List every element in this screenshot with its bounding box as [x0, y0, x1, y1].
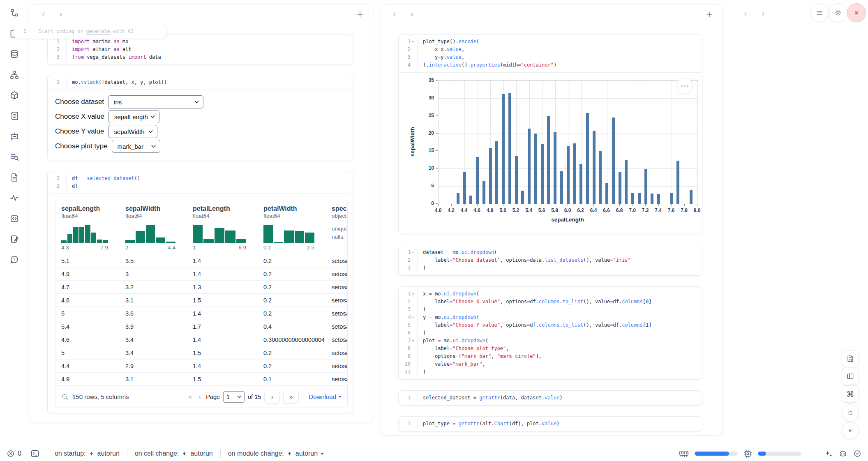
chart-bar[interactable] — [515, 156, 518, 204]
chart-bar[interactable] — [631, 193, 634, 204]
column-header[interactable]: species — [332, 205, 347, 212]
help-icon[interactable]: ? — [9, 255, 19, 265]
table-row[interactable]: 53.41.50.2setosa — [55, 346, 347, 359]
dropdown-select[interactable]: mark_bar — [112, 140, 160, 153]
code-line[interactable]: selected_dataset = getattr(data, dataset… — [423, 394, 563, 402]
chart-bar[interactable] — [457, 193, 459, 204]
code-cell[interactable]: 12df = selected_dataset()df sepalLengthf… — [47, 171, 353, 413]
column-header[interactable]: sepalLength — [61, 205, 108, 212]
code-line[interactable]: df = selected_dataset() — [72, 175, 140, 182]
code-line[interactable]: label="Choose dataset", options=data.lis… — [423, 256, 631, 264]
keyboard-shortcuts-button[interactable]: ⌘ — [842, 385, 859, 403]
shutdown-close-button[interactable] — [847, 3, 866, 22]
add-cell-icon[interactable] — [706, 11, 713, 18]
chart-plot-area[interactable] — [438, 80, 698, 204]
chart-bar[interactable] — [567, 146, 570, 204]
chart-bar[interactable] — [599, 151, 602, 204]
table-row[interactable]: 4.931.40.2setosa — [55, 267, 347, 280]
copilot-icon[interactable] — [838, 449, 847, 458]
code-line[interactable]: plot = mo.ui.dropdown( — [423, 337, 651, 345]
autorun-config-item[interactable]: on module change:autorun — [228, 450, 324, 457]
run-all-button[interactable] — [842, 422, 859, 439]
chart-bar[interactable] — [495, 141, 498, 204]
chart-bar[interactable] — [508, 93, 511, 204]
chevron-right-icon[interactable] — [757, 9, 768, 19]
autorun-config-item[interactable]: on startup:autorun — [55, 450, 120, 457]
chart-bar[interactable] — [541, 144, 544, 204]
code-line[interactable]: label="Choose plot type", — [423, 345, 651, 353]
code-line[interactable]: label="Choose X value", options=df.colum… — [423, 298, 651, 306]
prev-page-button[interactable]: ‹ — [197, 393, 203, 401]
table-row[interactable]: 4.63.41.40.30000000000000004setosa — [55, 333, 347, 346]
code-cell[interactable]: 1plot_type = getattr(alt.Chart(df), plot… — [398, 416, 702, 431]
table-row[interactable]: 4.73.21.30.2setosa — [55, 280, 347, 293]
chart-bar[interactable] — [528, 129, 531, 204]
altair-chart[interactable]: 05101520253035 4.04.24.44.64.85.05.25.45… — [399, 72, 702, 234]
chart-bar[interactable] — [489, 148, 492, 204]
code-line[interactable]: import altair as alt — [72, 46, 161, 53]
code-line[interactable]: ) — [423, 264, 631, 272]
chevron-right-icon[interactable] — [406, 9, 417, 20]
code-cell[interactable]: 1234plot_type().encode( x=x.value, y=y.v… — [398, 34, 702, 234]
snippets-icon[interactable] — [9, 214, 19, 224]
table-row[interactable]: 5.13.51.40.2setosa — [55, 254, 347, 267]
first-page-button[interactable]: « — [187, 393, 194, 401]
autorun-config-item[interactable]: on cell change:autorun — [135, 450, 213, 457]
settings-gear-button[interactable] — [829, 3, 847, 22]
code-line[interactable]: value="mark_bar", — [423, 360, 651, 368]
chart-bar[interactable] — [586, 113, 589, 204]
chart-bar[interactable] — [554, 132, 556, 204]
code-cell[interactable]: 1mo.vstack([dataset, x, y, plot]) Choose… — [47, 75, 353, 161]
chart-bar[interactable] — [638, 193, 641, 204]
chart-bar[interactable] — [463, 172, 466, 204]
tracing-icon[interactable] — [9, 193, 19, 203]
code-line[interactable]: x = mo.ui.dropdown( — [423, 290, 651, 298]
dependency-graph-icon[interactable] — [9, 70, 19, 80]
chart-bar[interactable] — [619, 172, 621, 204]
column-header[interactable]: sepalWidth — [125, 205, 175, 212]
chart-bar[interactable] — [573, 143, 576, 204]
scratchpad-icon[interactable] — [9, 234, 19, 244]
code-line[interactable]: plot_type = getattr(alt.Chart(df), plot.… — [423, 420, 559, 428]
code-line[interactable]: ).interactive().properties(width="contai… — [423, 61, 556, 69]
dropdown-select[interactable]: sepalWidth — [108, 125, 157, 138]
chevron-left-icon[interactable] — [740, 9, 751, 19]
chevron-right-icon[interactable] — [55, 9, 66, 20]
code-line[interactable]: y = mo.ui.dropdown( — [423, 313, 651, 321]
code-cell[interactable]: 1selected_dataset = getattr(data, datase… — [398, 390, 702, 406]
chart-bar[interactable] — [651, 194, 653, 204]
page-select[interactable]: 1 — [223, 391, 245, 403]
code-line[interactable]: plot_type().encode( — [423, 38, 556, 46]
chart-bar[interactable] — [579, 164, 582, 204]
code-cell[interactable]: 123dataset = mo.ui.dropdown( label="Choo… — [398, 245, 702, 276]
chart-bar[interactable] — [612, 118, 615, 204]
add-cell-icon[interactable] — [356, 11, 364, 18]
chart-bar[interactable] — [482, 181, 485, 204]
code-cell[interactable]: 1234567891011x = mo.ui.dropdown( label="… — [398, 286, 702, 380]
chart-bar[interactable] — [469, 196, 472, 204]
connection-status-icon[interactable] — [853, 449, 861, 458]
table-row[interactable]: 4.93.11.50.1setosa — [55, 372, 347, 385]
code-line[interactable]: mo.vstack([dataset, x, y, plot]) — [72, 78, 167, 86]
code-line[interactable]: ) — [423, 306, 651, 313]
code-line[interactable]: options=["mark_bar", "mark_circle"], — [423, 353, 651, 360]
code-line[interactable]: ) — [423, 329, 651, 337]
chart-bar[interactable] — [644, 169, 647, 204]
chart-bar[interactable] — [476, 157, 479, 204]
logs-icon[interactable] — [9, 111, 19, 121]
chart-bar[interactable] — [690, 190, 693, 204]
code-placeholder[interactable]: Start coding or generate with AI — [39, 28, 134, 35]
chart-bar[interactable] — [502, 94, 505, 204]
last-page-button[interactable]: » — [283, 390, 299, 403]
chart-bar[interactable] — [534, 134, 537, 204]
dropdown-select[interactable]: sepalLength — [108, 110, 159, 123]
code-line[interactable]: ) — [423, 368, 651, 376]
chart-bar[interactable] — [547, 116, 550, 204]
table-row[interactable]: 5.43.91.70.4setosa — [55, 320, 347, 333]
menu-button[interactable] — [810, 3, 829, 22]
save-button[interactable] — [842, 350, 859, 367]
ai-sparkles-icon[interactable] — [824, 449, 833, 458]
download-button[interactable]: Download — [309, 393, 342, 400]
chart-bar[interactable] — [560, 171, 563, 204]
dropdown-select[interactable]: iris — [108, 95, 203, 108]
